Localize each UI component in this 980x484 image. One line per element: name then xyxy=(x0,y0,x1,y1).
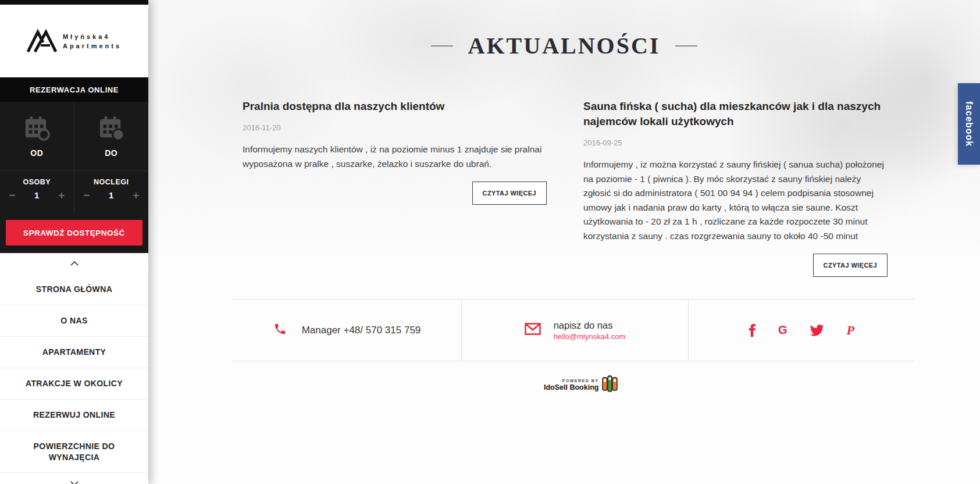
brand-name-line2: Apartments xyxy=(63,42,122,49)
facebook-tab-label: facebook xyxy=(964,101,974,147)
sidebar-item-powierzchnie[interactable]: POWIERZCHNIE DO WYNAJĘCIA xyxy=(0,431,148,473)
menu-item-label: POWIERZCHNIE DO WYNAJĘCIA xyxy=(12,441,137,463)
pinterest-icon[interactable]: P xyxy=(847,323,854,338)
date-from-picker[interactable]: OD xyxy=(0,102,74,170)
chevron-up-icon xyxy=(70,258,79,269)
page: Młyńska4 Apartments REZERWACJA ONLINE xyxy=(0,0,980,484)
mountain-logo-icon xyxy=(27,27,57,55)
sidebar-item-atrakcje[interactable]: ATRAKCJE W OKOLICY xyxy=(0,368,148,400)
menu-item-label: APARTAMENTY xyxy=(42,347,106,358)
news-articles: Pralnia dostępna dla naszych klientów 20… xyxy=(243,99,888,277)
persons-minus-button[interactable]: − xyxy=(9,190,15,201)
google-icon[interactable]: G xyxy=(778,323,787,337)
sidebar: Młyńska4 Apartments REZERWACJA ONLINE xyxy=(0,0,148,484)
check-availability-button[interactable]: SPRAWDŹ DOSTĘPNOŚĆ xyxy=(6,220,142,245)
menu-item-label: ATRAKCJE W OKOLICY xyxy=(26,378,123,389)
persons-stepper: OSOBY − 1 + xyxy=(0,171,74,213)
article-title: Sauna fińska ( sucha) dla mieszkanców ja… xyxy=(583,99,888,129)
date-picker-row: OD xyxy=(0,102,148,170)
social-cell: G P xyxy=(688,300,914,361)
sidebar-item-rezerwuj-online[interactable]: REZERWUJ ONLINE xyxy=(0,400,148,431)
email-address-link[interactable]: hello@mlynska4.com xyxy=(554,332,626,341)
title-dash-left xyxy=(431,45,453,47)
sidebar-item-apartamenty[interactable]: APARTAMENTY xyxy=(0,337,148,368)
envelope-icon xyxy=(525,323,541,337)
facebook-icon[interactable] xyxy=(749,324,756,337)
article-date: 2016-11-20 xyxy=(243,123,547,132)
read-more-button[interactable]: CZYTAJ WIĘCEJ xyxy=(813,254,888,277)
nights-plus-button[interactable]: + xyxy=(133,190,139,201)
email-cell: napisz do nas hello@mlynska4.com xyxy=(461,300,688,361)
nights-label: NOCLEGI xyxy=(94,178,129,186)
persons-plus-button[interactable]: + xyxy=(58,190,65,201)
article-date: 2016-09-25 xyxy=(583,138,888,147)
idosell-logo-icon xyxy=(602,375,618,395)
brand-name-line1: Młyńska4 xyxy=(63,33,122,40)
sidebar-item-o-nas[interactable]: O NAS xyxy=(0,305,148,337)
sidebar-item-strona-glowna[interactable]: STRONA GŁÓWNA xyxy=(0,274,148,305)
title-dash-right xyxy=(675,45,697,47)
booking-widget-header: REZERWACJA ONLINE xyxy=(0,77,148,102)
read-more-button[interactable]: CZYTAJ WIĘCEJ xyxy=(472,182,547,205)
calendar-to-icon xyxy=(98,115,124,144)
brand-logo[interactable]: Młyńska4 Apartments xyxy=(0,5,148,77)
persons-value: 1 xyxy=(34,190,39,200)
nights-stepper: NOCLEGI − 1 + xyxy=(74,171,149,213)
article-body: Informujemy naszych klientów , iż na poz… xyxy=(243,143,547,171)
contact-strip: Manager +48/ 570 315 759 napisz do nas h… xyxy=(233,299,914,361)
phone-number-link[interactable]: Manager +48/ 570 315 759 xyxy=(302,325,421,336)
phone-cell: Manager +48/ 570 315 759 xyxy=(233,300,461,361)
menu-scroll-down[interactable] xyxy=(0,473,148,484)
top-black-strip xyxy=(0,0,148,5)
booking-widget: REZERWACJA ONLINE xyxy=(0,77,148,253)
page-title: AKTUALNOŚCI xyxy=(468,32,661,59)
booking-widget-title: REZERWACJA ONLINE xyxy=(30,86,119,94)
menu-item-label: O NAS xyxy=(60,315,87,326)
phone-icon xyxy=(273,322,287,338)
facebook-side-tab[interactable]: facebook xyxy=(958,83,980,165)
date-to-label: DO xyxy=(105,148,117,158)
article-title: Pralnia dostępna dla naszych klientów xyxy=(243,99,547,114)
powered-by-label: POWERED BY xyxy=(562,379,599,383)
twitter-icon[interactable] xyxy=(810,325,824,336)
powered-by-name: IdoSell Booking xyxy=(544,383,598,392)
persons-label: OSOBY xyxy=(23,178,51,186)
date-from-label: OD xyxy=(30,148,43,158)
powered-by-block[interactable]: POWERED BY IdoSell Booking xyxy=(544,375,618,395)
email-label: napisz do nas xyxy=(554,320,626,331)
brand-name: Młyńska4 Apartments xyxy=(63,33,122,49)
calendar-from-icon xyxy=(23,115,50,144)
nights-minus-button[interactable]: − xyxy=(83,190,90,201)
date-to-picker[interactable]: DO xyxy=(74,102,149,170)
widget-bottom-spacer xyxy=(0,245,148,253)
article-sauna: Sauna fińska ( sucha) dla mieszkanców ja… xyxy=(583,99,888,277)
main-content: AKTUALNOŚCI Pralnia dostępna dla naszych… xyxy=(148,0,980,484)
article-pralnia: Pralnia dostępna dla naszych klientów 20… xyxy=(243,99,547,277)
menu-item-label: REZERWUJ ONLINE xyxy=(33,410,115,421)
sidebar-menu: STRONA GŁÓWNA O NAS APARTAMENTY ATRAKCJE… xyxy=(0,253,148,484)
menu-item-label: STRONA GŁÓWNA xyxy=(36,284,112,295)
nights-value: 1 xyxy=(109,190,113,200)
article-body: Informujemy , iz można korzystać z sauny… xyxy=(583,158,888,243)
menu-scroll-up[interactable] xyxy=(0,253,148,274)
chevron-down-icon xyxy=(70,478,79,484)
page-title-block: AKTUALNOŚCI xyxy=(148,32,980,59)
guests-nights-row: OSOBY − 1 + NOCLEGI − 1 + xyxy=(0,170,148,213)
